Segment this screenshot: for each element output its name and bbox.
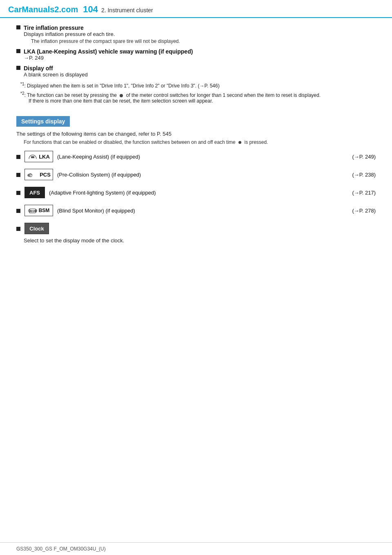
footnote-2-text2: of the meter control switches for longer… [126, 92, 321, 98]
footnote-2-text: : The function can be reset by pressing … [24, 92, 117, 98]
bsm-feature-label: (Blind Spot Monitor) (if equipped) [57, 208, 348, 214]
display-off-item: Display off A blank screen is displayed [16, 65, 376, 78]
pcs-feature-row: PCS (Pre-Collision System) (if equipped)… [16, 169, 376, 180]
content-area: Tire inflation pressure Displays inflati… [0, 18, 392, 261]
lka-feature-label: (Lane-Keeping Assist) (if equipped) [57, 154, 348, 160]
display-off-title: Display off [24, 65, 53, 72]
control-dot-icon [120, 94, 123, 97]
footnote-1-text: : Displayed when the item is set in "Dri… [24, 83, 219, 89]
settings-note: For functions that can be enabled or dis… [24, 139, 376, 145]
lka-warning-title: LKA (Lane-Keeping Assist) vehicle sway w… [24, 48, 193, 55]
afs-feature-ref: (→P. 217) [352, 190, 376, 196]
display-off-desc: A blank screen is displayed [24, 72, 376, 78]
lka-warning-ref: →P. 249 [24, 55, 376, 61]
svg-text:BSM: BSM [30, 210, 37, 213]
pcs-car-icon [27, 170, 38, 179]
afs-badge: AFS [24, 187, 45, 198]
bullet-icon [16, 25, 20, 29]
clock-badge: Clock [24, 223, 49, 234]
bullet-icon [16, 155, 20, 159]
note-dot-icon [238, 141, 241, 144]
lka-text: LKA [39, 154, 50, 160]
settings-section: Settings display The settings of the fol… [16, 110, 376, 244]
pcs-feature-label: (Pre-Collision System) (if equipped) [57, 172, 348, 178]
bsm-feature-row: BSM BSM (Blind Spot Monitor) (if equippe… [16, 205, 376, 216]
svg-point-5 [29, 174, 32, 177]
clock-desc: Select to set the display mode of the cl… [24, 237, 376, 244]
clock-feature-row: Clock [16, 223, 376, 234]
footnote-2: *2: The function can be reset by pressin… [20, 91, 376, 104]
tire-inflation-desc: Displays inflation pressure of each tire… [24, 31, 376, 37]
page-header: CarManuals2.com 104 2. Instrument cluste… [0, 0, 392, 18]
section-title: 2. Instrument cluster [101, 7, 153, 13]
tire-inflation-note: The inflation pressure of the compact sp… [31, 38, 376, 44]
lka-feature-row: LKA (Lane-Keeping Assist) (if equipped) … [16, 151, 376, 162]
bullet-icon [16, 49, 20, 53]
svg-rect-0 [31, 156, 34, 158]
settings-header: Settings display [16, 116, 70, 127]
pcs-badge: PCS [24, 169, 53, 180]
bullet-icon [16, 66, 20, 70]
pcs-text: PCS [40, 172, 51, 178]
afs-text: AFS [29, 190, 40, 196]
lka-badge: LKA [24, 151, 53, 162]
tire-inflation-title: Tire inflation pressure [24, 25, 84, 31]
lka-car-icon [28, 152, 38, 161]
afs-feature-row: AFS (Adaptive Front-lighting System) (if… [16, 187, 376, 198]
lka-warning-item: LKA (Lane-Keeping Assist) vehicle sway w… [16, 48, 376, 61]
afs-feature-label: (Adaptive Front-lighting System) (if equ… [49, 190, 348, 196]
clock-text: Clock [29, 226, 44, 232]
bullet-icon [16, 191, 20, 195]
bullet-icon [16, 209, 20, 213]
footnote-2-text3: If there is more than one item that can … [29, 98, 213, 104]
bsm-badge: BSM BSM [24, 205, 53, 216]
lka-feature-ref: (→P. 249) [352, 154, 376, 160]
page-wrapper: CarManuals2.com 104 2. Instrument cluste… [0, 0, 392, 555]
carmanuals-logo: CarManuals2.com [8, 5, 78, 14]
page-footer: GS350_300_GS F_OM_OM30G34U_(U) [0, 542, 392, 555]
bullet-icon [16, 173, 20, 177]
bsm-feature-ref: (→P. 278) [352, 208, 376, 214]
page-number: 104 [83, 4, 98, 15]
settings-desc: The settings of the following items can … [16, 131, 376, 137]
bsm-car-icon: BSM [28, 206, 37, 215]
pcs-feature-ref: (→P. 238) [352, 172, 376, 178]
footnote-1: *1: Displayed when the item is set in "D… [20, 82, 376, 89]
tire-inflation-item: Tire inflation pressure Displays inflati… [16, 25, 376, 44]
bullet-icon [16, 227, 20, 231]
bsm-text: BSM [39, 208, 50, 213]
footer-text: GS350_300_GS F_OM_OM30G34U_(U) [16, 546, 106, 552]
